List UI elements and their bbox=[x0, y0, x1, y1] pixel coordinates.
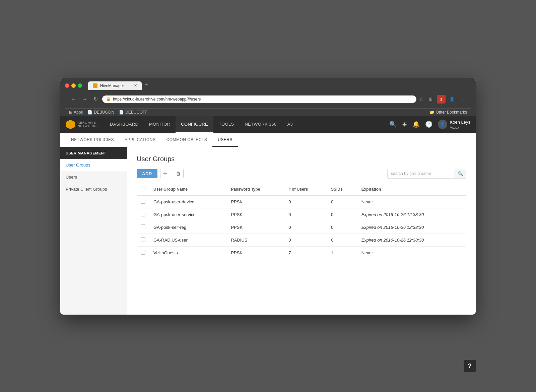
sidebar-item-user-groups[interactable]: User Groups bbox=[60, 159, 127, 171]
row-num-users: 0 bbox=[284, 195, 327, 208]
row-name[interactable]: VizitoGuests bbox=[149, 246, 227, 259]
address-bar[interactable]: 🔒 https://cloud-ie.aerohive.com/hm-webap… bbox=[102, 95, 416, 103]
maximize-window-button[interactable] bbox=[78, 83, 82, 88]
row-name[interactable]: GA-ppsk-user-device bbox=[149, 195, 227, 208]
user-name: Koen Leys bbox=[450, 120, 470, 125]
row-password-type: PPSK bbox=[227, 208, 284, 221]
search-box: 🔍 bbox=[387, 169, 466, 179]
debugoff-file-icon: 📄 bbox=[119, 110, 124, 115]
row-password-type: PPSK bbox=[227, 246, 284, 259]
row-checkbox[interactable] bbox=[141, 224, 145, 229]
row-name[interactable]: GA-ppsk-self-reg bbox=[149, 221, 227, 234]
bookmark-button[interactable]: ☆ bbox=[419, 96, 423, 102]
row-num-users: 0 bbox=[284, 221, 327, 234]
sub-nav-users[interactable]: USERS bbox=[212, 133, 238, 147]
row-ssids: 0 bbox=[327, 234, 357, 246]
row-num-users: 0 bbox=[284, 208, 327, 221]
row-name[interactable]: GA-ppsk-user-service bbox=[149, 208, 227, 221]
sub-nav-applications[interactable]: APPLICATIONS bbox=[119, 133, 161, 147]
main-content: User Groups ADD ✏ 🗑 🔍 bbox=[127, 147, 476, 315]
tab-close-button[interactable]: ✕ bbox=[134, 83, 137, 88]
user-org: Vizito bbox=[450, 125, 470, 129]
nav-item-tools[interactable]: TOOLS bbox=[213, 116, 239, 133]
row-checkbox[interactable] bbox=[141, 199, 145, 204]
add-button[interactable]: ADD bbox=[137, 169, 157, 178]
nav-item-configure[interactable]: CONFIGURE bbox=[176, 116, 213, 133]
refresh-button[interactable]: ↻ bbox=[92, 95, 99, 103]
nav-item-a3[interactable]: A3 bbox=[282, 116, 298, 133]
minimize-window-button[interactable] bbox=[71, 83, 76, 88]
app-content: AEROHIVE NETWORKS DASHBOARD MONITOR CONF… bbox=[60, 116, 476, 315]
col-header-name: User Group Name bbox=[149, 184, 227, 195]
lock-icon: 🔒 bbox=[106, 97, 111, 101]
menu-icon[interactable]: ⋮ bbox=[458, 95, 467, 104]
row-expiration: Never bbox=[357, 195, 466, 208]
col-header-num-users: # of Users bbox=[284, 184, 327, 195]
extensions-icon[interactable]: ⊞ bbox=[426, 95, 435, 104]
user-profile-icon[interactable]: 👤 bbox=[448, 95, 456, 104]
apps-grid-icon: ⊞ bbox=[69, 110, 72, 115]
sub-nav-common-objects[interactable]: COMMON OBJECTS bbox=[161, 133, 213, 147]
sidebar: USER MANAGEMENT User Groups Users Privat… bbox=[60, 147, 127, 315]
row-ssids: 0 bbox=[327, 195, 357, 208]
sidebar-item-private-client-groups[interactable]: Private Client Groups bbox=[60, 183, 127, 195]
traffic-lights bbox=[65, 83, 82, 88]
row-password-type: RADIUS bbox=[227, 234, 284, 246]
clock-icon-button[interactable]: 🕐 bbox=[425, 121, 432, 128]
delete-button[interactable]: 🗑 bbox=[173, 169, 184, 178]
logo-text: AEROHIVE NETWORKS bbox=[78, 121, 98, 128]
debugon-file-icon: 📄 bbox=[87, 110, 92, 115]
select-all-header bbox=[137, 184, 149, 195]
row-expiration: Expired on 2016-10-26 12:38:30 bbox=[357, 234, 466, 246]
row-checkbox-cell bbox=[137, 234, 149, 246]
search-input[interactable] bbox=[388, 169, 455, 178]
notifications-icon[interactable]: 1 bbox=[437, 95, 446, 104]
table-row: GA-ppsk-user-service PPSK 0 0 Expired on… bbox=[137, 208, 466, 221]
row-password-type: PPSK bbox=[227, 221, 284, 234]
close-window-button[interactable] bbox=[65, 83, 69, 88]
select-all-checkbox[interactable] bbox=[141, 187, 145, 191]
row-expiration: Never bbox=[357, 246, 466, 259]
table-row: GA-ppsk-self-reg PPSK 0 0 Expired on 201… bbox=[137, 221, 466, 234]
tab-favicon bbox=[93, 83, 97, 88]
add-icon-button[interactable]: ⊕ bbox=[402, 121, 407, 128]
main-nav-items: DASHBOARD MONITOR CONFIGURE TOOLS NETWOR… bbox=[105, 116, 298, 133]
bookmark-debugoff[interactable]: 📄 DEBUGOFF bbox=[119, 110, 148, 115]
back-button[interactable]: ← bbox=[69, 95, 78, 103]
row-checkbox[interactable] bbox=[141, 237, 145, 242]
col-header-password-type: Password Type bbox=[227, 184, 284, 195]
other-bookmarks[interactable]: 📁 Other Bookmarks bbox=[429, 110, 467, 115]
row-checkbox-cell bbox=[137, 221, 149, 234]
new-tab-button[interactable]: + bbox=[142, 81, 150, 90]
bell-icon-button[interactable]: 🔔 bbox=[412, 121, 420, 128]
browser-tabs: HiveManager ✕ + bbox=[88, 81, 471, 90]
row-checkbox-cell bbox=[137, 246, 149, 259]
bookmark-debugon[interactable]: 📄 DEBUGON bbox=[87, 110, 114, 115]
nav-item-monitor[interactable]: MONITOR bbox=[144, 116, 176, 133]
page-title: User Groups bbox=[137, 155, 466, 163]
search-icon-button[interactable]: 🔍 bbox=[389, 121, 397, 128]
edit-button[interactable]: ✏ bbox=[160, 169, 170, 178]
row-ssids: 0 bbox=[327, 221, 357, 234]
browser-toolbar: ← → ↻ 🔒 https://cloud-ie.aerohive.com/hm… bbox=[65, 93, 471, 106]
row-password-type: PPSK bbox=[227, 195, 284, 208]
nav-item-network360[interactable]: NETWORK 360 bbox=[239, 116, 282, 133]
sidebar-item-users[interactable]: Users bbox=[60, 171, 127, 183]
browser-tab-active[interactable]: HiveManager ✕ bbox=[88, 81, 142, 90]
browser-controls: HiveManager ✕ + bbox=[65, 81, 471, 90]
user-groups-table: User Group Name Password Type # of Users… bbox=[137, 184, 466, 259]
sidebar-header: USER MANAGEMENT bbox=[60, 147, 127, 159]
row-checkbox[interactable] bbox=[141, 250, 145, 255]
nav-item-dashboard[interactable]: DASHBOARD bbox=[105, 116, 144, 133]
search-button[interactable]: 🔍 bbox=[455, 169, 466, 178]
browser-titlebar: HiveManager ✕ + ← → ↻ 🔒 https://cloud-ie… bbox=[60, 78, 476, 116]
row-expiration: Expired on 2016-10-26 12:38:30 bbox=[357, 208, 466, 221]
row-ssids-link[interactable]: 1 bbox=[327, 246, 357, 259]
bookmark-apps[interactable]: ⊞ Apps bbox=[69, 110, 83, 115]
row-name[interactable]: GA-RADIUS-user bbox=[149, 234, 227, 246]
forward-button[interactable]: → bbox=[80, 95, 89, 103]
table-body: GA-ppsk-user-device PPSK 0 0 Never GA-pp… bbox=[137, 195, 466, 259]
sub-nav-network-policies[interactable]: NETWORK POLICIES bbox=[66, 133, 119, 147]
row-checkbox[interactable] bbox=[141, 212, 145, 216]
page-layout: USER MANAGEMENT User Groups Users Privat… bbox=[60, 147, 476, 315]
